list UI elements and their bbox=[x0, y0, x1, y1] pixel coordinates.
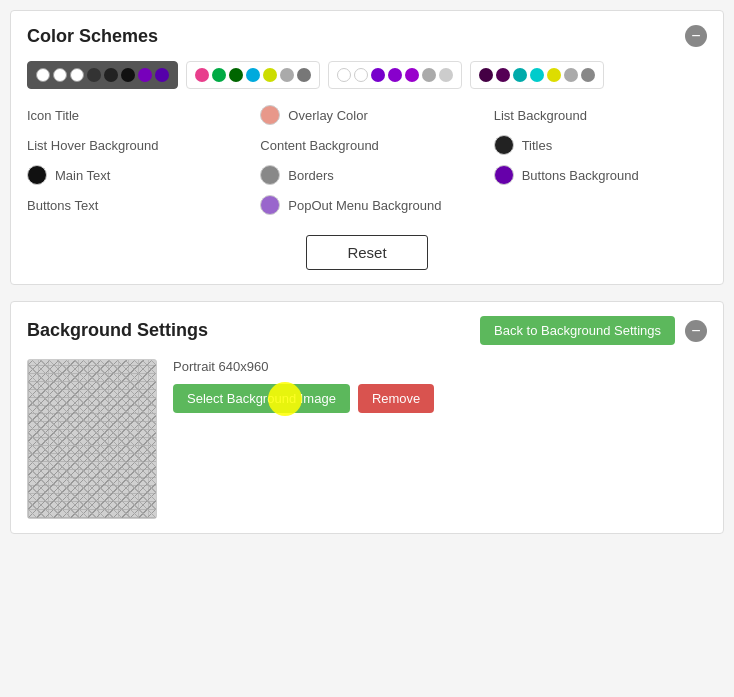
select-background-image-button[interactable]: Select Background Image bbox=[173, 384, 350, 413]
portrait-label: Portrait 640x960 bbox=[173, 359, 434, 374]
prop-popout-menu-background: PopOut Menu Background bbox=[260, 195, 473, 215]
prop-buttons-background-label: Buttons Background bbox=[522, 168, 639, 183]
prop-overlay-color-dot bbox=[260, 105, 280, 125]
background-settings-collapse-button[interactable]: − bbox=[685, 320, 707, 342]
prop-titles-dot bbox=[494, 135, 514, 155]
prop-titles-label: Titles bbox=[522, 138, 553, 153]
background-info: Portrait 640x960 Select Background Image… bbox=[173, 359, 434, 413]
scheme-swatch-3[interactable] bbox=[328, 61, 462, 89]
reset-row: Reset bbox=[27, 235, 707, 270]
prop-borders-label: Borders bbox=[288, 168, 334, 183]
prop-list-hover-bg: List Hover Background bbox=[27, 135, 240, 155]
prop-borders-dot bbox=[260, 165, 280, 185]
prop-content-background-label: Content Background bbox=[260, 138, 379, 153]
color-schemes-title: Color Schemes bbox=[27, 26, 158, 47]
background-settings-title: Background Settings bbox=[27, 320, 208, 341]
prop-titles: Titles bbox=[494, 135, 707, 155]
background-content: Portrait 640x960 Select Background Image… bbox=[27, 359, 707, 519]
prop-popout-menu-background-label: PopOut Menu Background bbox=[288, 198, 441, 213]
prop-icon-title: Icon Title bbox=[27, 105, 240, 125]
prop-overlay-color: Overlay Color bbox=[260, 105, 473, 125]
color-schemes-header: Color Schemes − bbox=[27, 25, 707, 47]
background-settings-section: Background Settings Back to Background S… bbox=[10, 301, 724, 534]
prop-list-background-label: List Background bbox=[494, 108, 587, 123]
color-schemes-section: Color Schemes − bbox=[10, 10, 724, 285]
prop-list-hover-bg-label: List Hover Background bbox=[27, 138, 159, 153]
svg-rect-0 bbox=[28, 360, 157, 519]
scheme-swatch-4[interactable] bbox=[470, 61, 604, 89]
prop-main-text-label: Main Text bbox=[55, 168, 110, 183]
background-settings-header: Background Settings Back to Background S… bbox=[27, 316, 707, 345]
prop-buttons-background: Buttons Background bbox=[494, 165, 707, 185]
background-thumbnail bbox=[27, 359, 157, 519]
thumbnail-texture bbox=[28, 360, 157, 519]
prop-empty bbox=[494, 195, 707, 215]
prop-list-background: List Background bbox=[494, 105, 707, 125]
background-action-buttons: Select Background Image Remove bbox=[173, 384, 434, 413]
color-properties-grid: Icon Title Overlay Color List Background… bbox=[27, 105, 707, 215]
prop-main-text-dot bbox=[27, 165, 47, 185]
prop-overlay-color-label: Overlay Color bbox=[288, 108, 367, 123]
color-schemes-collapse-button[interactable]: − bbox=[685, 25, 707, 47]
prop-content-background: Content Background bbox=[260, 135, 473, 155]
reset-button[interactable]: Reset bbox=[306, 235, 427, 270]
back-to-background-settings-button[interactable]: Back to Background Settings bbox=[480, 316, 675, 345]
prop-icon-title-label: Icon Title bbox=[27, 108, 79, 123]
prop-buttons-background-dot bbox=[494, 165, 514, 185]
prop-popout-menu-bg-dot bbox=[260, 195, 280, 215]
prop-buttons-text-label: Buttons Text bbox=[27, 198, 98, 213]
remove-button[interactable]: Remove bbox=[358, 384, 434, 413]
scheme-swatch-2[interactable] bbox=[186, 61, 320, 89]
prop-borders: Borders bbox=[260, 165, 473, 185]
scheme-swatch-1[interactable] bbox=[27, 61, 178, 89]
prop-main-text: Main Text bbox=[27, 165, 240, 185]
scheme-swatches-row bbox=[27, 61, 707, 89]
prop-buttons-text: Buttons Text bbox=[27, 195, 240, 215]
